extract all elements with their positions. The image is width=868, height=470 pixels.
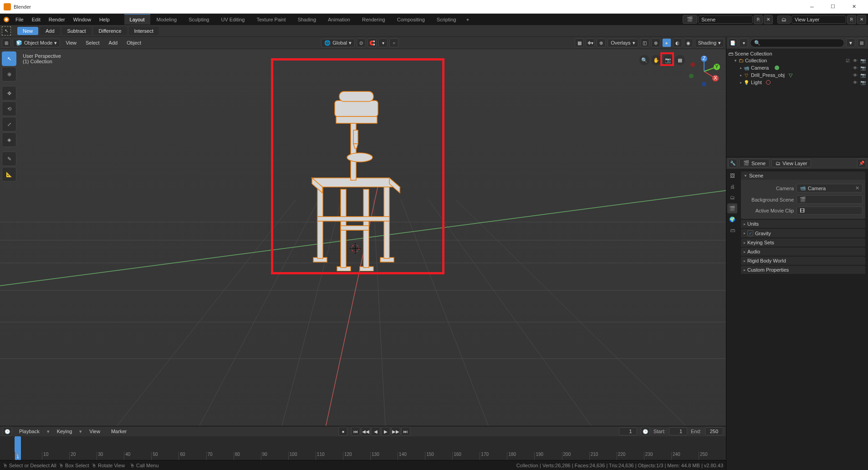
visibility-toggle[interactable]: 👁: [852, 79, 858, 86]
outliner-type-button[interactable]: 📑: [728, 38, 737, 47]
shading-dropdown[interactable]: Shading▾: [695, 39, 724, 47]
outliner-new-collection-button[interactable]: ⊞: [857, 38, 866, 47]
tool-annotate[interactable]: ✎: [2, 152, 16, 166]
preview-range-button[interactable]: 🕒: [641, 427, 650, 436]
play-button[interactable]: ▶: [381, 427, 390, 436]
gizmo-toggle-button[interactable]: ⊕: [597, 38, 606, 47]
menu-file[interactable]: File: [12, 15, 27, 24]
select-mode-subtract-button[interactable]: Subtract: [62, 27, 92, 35]
menu-help[interactable]: Help: [96, 15, 113, 24]
tree-scene-collection[interactable]: 🗃 Scene Collection: [727, 51, 867, 57]
prev-key-button[interactable]: ◀◀: [361, 427, 370, 436]
play-reverse-button[interactable]: ◀: [371, 427, 380, 436]
properties-type-button[interactable]: 🔧: [728, 159, 737, 168]
select-mode-new-button[interactable]: New: [17, 27, 38, 35]
shading-wireframe-button[interactable]: ⊕: [651, 38, 660, 47]
render-toggle[interactable]: 📷: [860, 79, 866, 86]
viewlayer-name-input[interactable]: View Layer: [791, 15, 846, 24]
3d-viewport[interactable]: User Perspective (1) Collection 🔍 ✋ 📷 ▦ …: [0, 37, 726, 426]
proportional-edit-button[interactable]: ○: [389, 38, 398, 47]
tab-modeling[interactable]: Modeling: [151, 14, 183, 25]
current-frame-field[interactable]: 1: [619, 427, 637, 435]
visibility-toggle[interactable]: 👁: [852, 72, 858, 78]
vp-menu-add[interactable]: Add: [105, 38, 122, 47]
select-mode-intersect-button[interactable]: Intersect: [129, 27, 159, 35]
exclude-toggle[interactable]: ☑: [844, 57, 851, 64]
tl-menu-view[interactable]: View: [86, 427, 104, 436]
active-tool-icon[interactable]: ↖: [2, 26, 11, 35]
nav-zoom-button[interactable]: 🔍: [639, 55, 649, 65]
tree-item-light[interactable]: ▸ 💡 Light 👁📷: [727, 79, 867, 86]
scene-delete-button[interactable]: ✕: [764, 15, 773, 24]
close-icon[interactable]: ✕: [855, 185, 859, 191]
tab-output[interactable]: 🖨: [727, 182, 737, 192]
jump-start-button[interactable]: ⏮: [351, 427, 360, 436]
tab-scene[interactable]: 🎬: [727, 203, 737, 213]
tab-collection[interactable]: 🗃: [727, 225, 737, 235]
tree-collection[interactable]: ▼ 🗀 Collection ☑👁📷: [727, 57, 867, 64]
timeline-body[interactable]: 1 01020304050607080901001101201301401501…: [0, 436, 726, 460]
scene-new-button[interactable]: ⎘: [754, 15, 763, 24]
tab-texture-paint[interactable]: Texture Paint: [251, 14, 291, 25]
viewlayer-context-button[interactable]: 🗂View Layer: [771, 159, 811, 167]
axis-gizmo[interactable]: X Y Z: [686, 53, 722, 90]
outliner-display-mode-button[interactable]: ▾: [739, 38, 748, 47]
tool-select-box[interactable]: ↖: [2, 51, 16, 66]
scene-name-input[interactable]: Scene: [698, 15, 753, 24]
select-mode-difference-button[interactable]: Difference: [93, 27, 127, 35]
visibility-toggle[interactable]: 👁: [852, 57, 858, 64]
disclosure-icon[interactable]: ▸: [740, 81, 742, 85]
nav-persp-button[interactable]: ▦: [675, 55, 685, 65]
gravity-checkbox[interactable]: ✓: [747, 230, 753, 236]
tool-transform[interactable]: ◈: [2, 132, 16, 147]
mode-dropdown[interactable]: 🧊 Object Mode ▾: [13, 39, 60, 47]
vp-menu-view[interactable]: View: [62, 38, 80, 47]
panel-units-header[interactable]: ▸Units: [741, 220, 865, 228]
jump-end-button[interactable]: ⏭: [401, 427, 410, 436]
tool-scale[interactable]: ⤢: [2, 117, 16, 131]
viewlayer-new-button[interactable]: ⎘: [847, 15, 856, 24]
tab-world[interactable]: 🌍: [727, 214, 737, 224]
tab-render[interactable]: 🖼: [727, 171, 737, 181]
scene-browse-button[interactable]: 🎬: [683, 15, 697, 24]
start-frame-field[interactable]: 1: [669, 427, 687, 435]
nav-pan-button[interactable]: ✋: [651, 55, 661, 65]
panel-scene-header[interactable]: ▼ Scene: [741, 172, 865, 180]
shading-lookdev-button[interactable]: ◐: [673, 38, 682, 47]
tab-compositing[interactable]: Compositing: [392, 14, 430, 25]
overlays-dropdown[interactable]: Overlays▾: [608, 39, 638, 47]
tool-cursor[interactable]: ⊕: [2, 67, 16, 81]
snap-toggle-button[interactable]: 🧲: [368, 38, 377, 47]
window-maximize-button[interactable]: ☐: [822, 0, 843, 14]
drill-press-model[interactable]: [310, 76, 410, 271]
tool-move[interactable]: ✥: [2, 86, 16, 101]
timeline-type-button[interactable]: 🕒: [3, 427, 12, 436]
menu-render[interactable]: Render: [45, 15, 69, 24]
disclosure-icon[interactable]: ▼: [734, 59, 737, 63]
snap-options-button[interactable]: ▾: [378, 38, 388, 47]
panel-audio-header[interactable]: ▸Audio: [741, 248, 865, 256]
render-toggle[interactable]: 📷: [860, 65, 866, 71]
editor-type-button[interactable]: ⊞: [2, 38, 11, 47]
shading-rendered-button[interactable]: ◉: [684, 38, 693, 47]
tl-menu-marker[interactable]: Marker: [107, 427, 130, 436]
tab-scripting[interactable]: Scripting: [431, 14, 462, 25]
viewlayer-browse-button[interactable]: 🗂: [777, 15, 791, 24]
autokey-button[interactable]: ●: [338, 427, 347, 436]
render-toggle[interactable]: 📷: [860, 57, 866, 64]
tool-rotate[interactable]: ⟲: [2, 101, 16, 116]
tab-uv-editing[interactable]: UV Editing: [215, 14, 250, 25]
vp-menu-select[interactable]: Select: [82, 38, 103, 47]
tab-shading[interactable]: Shading: [292, 14, 322, 25]
viewlayer-delete-button[interactable]: ✕: [857, 15, 866, 24]
tab-animation[interactable]: Animation: [322, 14, 356, 25]
disclosure-icon[interactable]: ▸: [740, 66, 742, 70]
outliner-filter-button[interactable]: ▼: [846, 38, 855, 47]
vp-menu-object[interactable]: Object: [123, 38, 145, 47]
movie-clip-picker[interactable]: 🎞: [797, 207, 863, 215]
camera-picker[interactable]: 📹Camera✕: [797, 184, 863, 192]
gizmo-options-button[interactable]: ✥▾: [586, 38, 595, 47]
window-close-button[interactable]: ✕: [843, 0, 864, 14]
panel-rigidbody-header[interactable]: ▸Rigid Body World: [741, 257, 865, 265]
tree-item-camera[interactable]: ▸ 📹 Camera 👁📷: [727, 64, 867, 71]
